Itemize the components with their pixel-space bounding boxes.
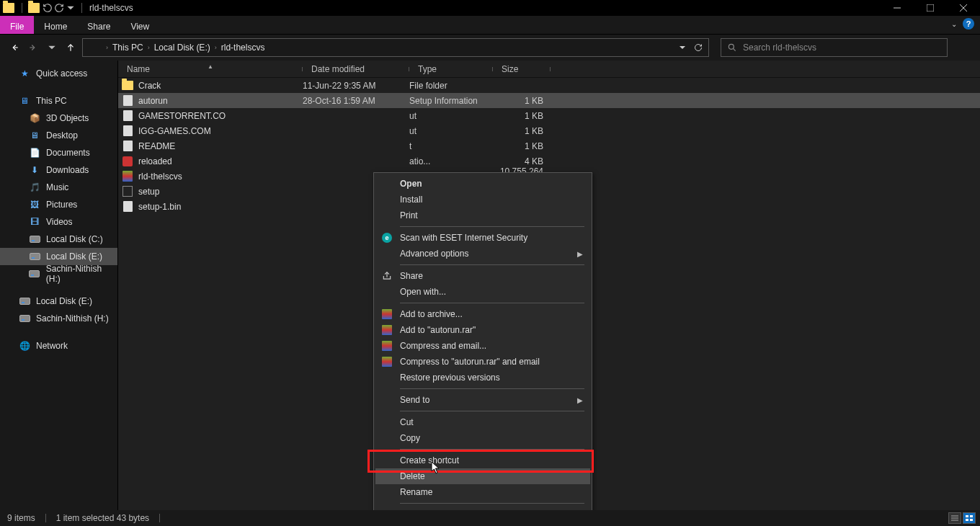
sidebar-item[interactable]: 📄Documents xyxy=(0,144,117,161)
breadcrumb-segment[interactable]: rld-thelscvs xyxy=(220,43,267,53)
recent-locations-button[interactable] xyxy=(45,43,59,53)
refresh-icon[interactable] xyxy=(694,43,703,52)
context-menu-item[interactable]: Copy xyxy=(375,430,590,446)
chevron-right-icon[interactable]: › xyxy=(145,44,153,51)
back-button[interactable] xyxy=(7,43,22,53)
menu-separator xyxy=(400,449,584,450)
svg-rect-12 xyxy=(966,515,968,517)
context-menu-item[interactable]: Cut xyxy=(375,414,590,430)
context-menu-label: Send to xyxy=(400,395,429,405)
file-row[interactable]: READMEt1 KB xyxy=(118,138,980,153)
row-size: 1 KB xyxy=(493,141,551,151)
tab-share[interactable]: Share xyxy=(77,16,120,34)
dropdown-icon[interactable] xyxy=(66,3,76,13)
address-bar[interactable]: › This PC › Local Disk (E:) › rld-thelsc… xyxy=(82,38,709,57)
sidebar-network[interactable]: 🌐 Network xyxy=(0,337,117,355)
context-menu-item[interactable]: Install xyxy=(375,192,590,208)
tab-view[interactable]: View xyxy=(120,16,159,34)
sidebar-item-label: Sachin-Nithish (H:) xyxy=(46,264,117,284)
file-tab[interactable]: File xyxy=(0,16,34,34)
sidebar-item-label: This PC xyxy=(36,96,67,106)
context-menu-item[interactable]: Open xyxy=(375,176,590,192)
sidebar-item[interactable]: 📦3D Objects xyxy=(0,110,117,127)
sidebar-item[interactable]: 🎞Videos xyxy=(0,213,117,231)
sidebar-item-icon: ⬇ xyxy=(29,164,40,176)
context-menu-item[interactable]: Send to▶ xyxy=(375,392,590,408)
context-menu-label: Copy xyxy=(400,433,420,443)
sidebar-item[interactable]: ⬇Downloads xyxy=(0,161,117,179)
row-type: File folder xyxy=(409,81,493,91)
sidebar-item[interactable]: 🎵Music xyxy=(0,179,117,196)
context-menu-item[interactable]: Compress to "autorun.rar" and email xyxy=(375,354,590,370)
context-menu-item[interactable]: Add to archive... xyxy=(375,306,590,322)
sidebar-this-pc[interactable]: 🖥 This PC xyxy=(0,92,117,110)
sidebar-item-label: Pictures xyxy=(46,200,77,210)
sidebar-item[interactable]: Local Disk (E:) xyxy=(0,248,117,265)
menu-separator xyxy=(400,303,584,303)
rar-icon xyxy=(381,308,393,320)
network-icon: 🌐 xyxy=(19,340,30,352)
title-bar: rld-thelscvs xyxy=(0,0,980,16)
undo-icon[interactable] xyxy=(43,3,53,13)
context-menu-label: Open with... xyxy=(400,287,446,297)
ribbon-collapse-icon[interactable]: ⌄ xyxy=(951,20,957,28)
view-details-button[interactable] xyxy=(948,512,961,524)
context-menu-item[interactable]: Add to "autorun.rar" xyxy=(375,322,590,338)
sidebar-item[interactable]: Sachin-Nithish (H:) xyxy=(0,265,117,282)
menu-separator xyxy=(400,264,584,265)
context-menu-item[interactable]: Restore previous versions xyxy=(375,370,590,385)
tab-home[interactable]: Home xyxy=(34,16,77,34)
chevron-right-icon[interactable]: › xyxy=(103,44,111,51)
context-menu-label: Compress and email... xyxy=(400,341,486,351)
sidebar-item-label: 3D Objects xyxy=(46,113,89,123)
redo-icon[interactable] xyxy=(54,3,64,13)
context-menu-label: Open xyxy=(400,179,422,189)
context-menu-item[interactable]: Rename xyxy=(375,484,590,500)
column-header-size[interactable]: Size xyxy=(493,64,551,74)
row-name: rld-thelscvs xyxy=(138,171,303,182)
sidebar-item-label: Music xyxy=(46,182,68,192)
file-row[interactable]: Crack11-Jun-22 9:35 AMFile folder xyxy=(118,78,980,93)
pc-icon: 🖥 xyxy=(19,95,30,107)
context-menu-item[interactable]: eScan with ESET Internet Security xyxy=(375,230,590,246)
chevron-right-icon[interactable]: › xyxy=(212,44,220,51)
context-menu-item[interactable]: Delete xyxy=(375,468,590,484)
context-menu-item[interactable]: Share xyxy=(375,268,590,284)
qat-folder-icon[interactable] xyxy=(28,3,40,13)
row-date: 28-Oct-16 1:59 AM xyxy=(303,96,409,106)
context-menu-item[interactable]: Advanced options▶ xyxy=(375,246,590,262)
file-row[interactable]: GAMESTORRENT.COut1 KB xyxy=(118,108,980,123)
sidebar-item[interactable]: Local Disk (C:) xyxy=(0,231,117,248)
sidebar-item[interactable]: 🖼Pictures xyxy=(0,196,117,213)
context-menu-item[interactable]: Open with... xyxy=(375,284,590,300)
sidebar-quick-access[interactable]: ★ Quick access xyxy=(0,65,117,82)
setup-icon xyxy=(121,186,134,197)
search-box[interactable]: Search rld-thelscvs xyxy=(721,38,948,57)
minimize-button[interactable] xyxy=(881,0,914,16)
context-menu-label: Print xyxy=(400,210,418,220)
file-row[interactable]: IGG-GAMES.COMut1 KB xyxy=(118,123,980,138)
file-row[interactable]: autorun28-Oct-16 1:59 AMSetup Informatio… xyxy=(118,93,980,108)
sidebar-item[interactable]: Sachin-Nithish (H:) xyxy=(0,310,117,327)
context-menu-item[interactable]: Compress and email... xyxy=(375,338,590,354)
app-icon xyxy=(3,3,14,13)
up-button[interactable] xyxy=(63,43,78,53)
sidebar-item[interactable]: 🖥Desktop xyxy=(0,127,117,144)
forward-button[interactable] xyxy=(26,43,40,53)
history-dropdown-icon[interactable] xyxy=(678,43,687,52)
close-button[interactable] xyxy=(947,0,980,16)
column-header-name[interactable]: ▲Name xyxy=(118,64,303,74)
breadcrumb-segment[interactable]: This PC xyxy=(111,43,145,53)
column-header-type[interactable]: Type xyxy=(409,64,493,74)
context-menu-item[interactable]: Print xyxy=(375,208,590,223)
context-menu-item[interactable]: Create shortcut xyxy=(375,453,590,468)
view-large-button[interactable] xyxy=(963,512,976,524)
context-menu-label: Advanced options xyxy=(400,249,468,259)
column-header-date[interactable]: Date modified xyxy=(303,64,409,74)
sidebar-item[interactable]: Local Disk (E:) xyxy=(0,293,117,310)
sidebar-item-label: Sachin-Nithish (H:) xyxy=(36,313,109,324)
breadcrumb-segment[interactable]: Local Disk (E:) xyxy=(153,43,212,53)
row-name: setup-1.bin xyxy=(138,202,303,212)
maximize-button[interactable] xyxy=(914,0,947,16)
help-icon[interactable]: ? xyxy=(963,18,974,30)
